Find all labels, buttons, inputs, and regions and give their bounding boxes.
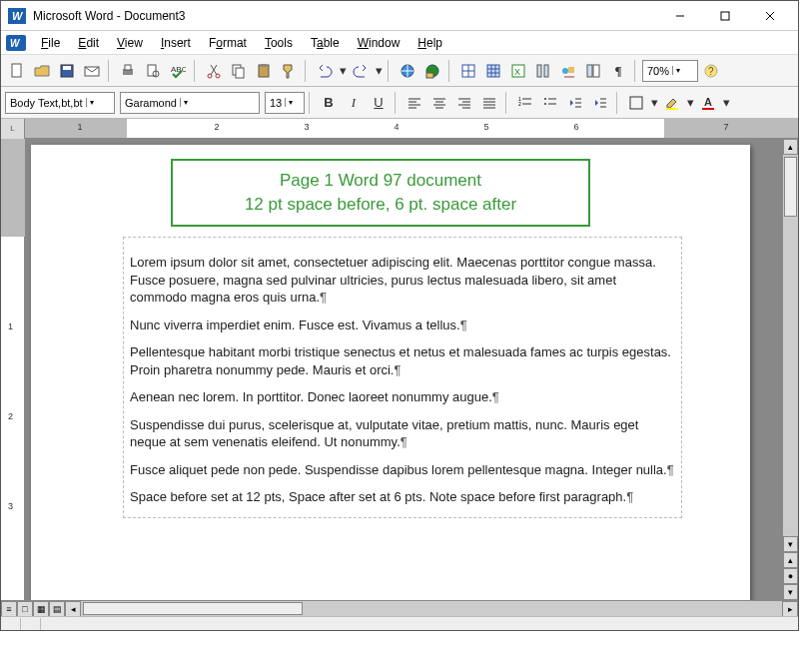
svg-point-64 [544,98,546,100]
insert-table-button[interactable] [481,59,505,83]
svg-point-38 [562,68,568,74]
vscroll-track[interactable] [783,155,798,536]
menu-view[interactable]: View [109,33,151,53]
hyperlink-button[interactable] [396,59,419,83]
separator [309,92,313,114]
borders-dropdown[interactable]: ▾ [649,91,659,115]
format-painter-button[interactable] [277,59,301,83]
italic-button[interactable]: I [342,91,366,115]
separator [616,92,620,114]
paragraph[interactable]: Lorem ipsum dolor sit amet, consectetuer… [130,254,675,307]
decrease-indent-button[interactable] [563,91,587,115]
align-right-button[interactable] [452,91,476,115]
annotation-line2: 12 pt space before, 6 pt. space after [185,193,576,217]
mail-button[interactable] [80,59,104,83]
highlight-button[interactable] [660,91,684,115]
redo-button[interactable] [349,59,373,83]
svg-rect-40 [587,65,592,77]
document-area[interactable]: Page 1 Word 97 document 12 pt space befo… [25,139,782,600]
paragraph[interactable]: Fusce aliquet pede non pede. Suspendisse… [130,461,675,479]
undo-button[interactable] [313,59,337,83]
view-page-button[interactable]: ▦ [33,601,49,616]
vscroll-thumb[interactable] [784,157,797,217]
ruler-corner[interactable]: L [1,119,25,139]
increase-indent-button[interactable] [588,91,612,115]
svg-rect-74 [630,97,642,109]
text-content[interactable]: Lorem ipsum dolor sit amet, consectetuer… [123,237,682,518]
view-outline-button[interactable]: □ [17,601,33,616]
menu-window[interactable]: Window [350,33,408,53]
scroll-left-button[interactable]: ◂ [65,601,81,616]
vertical-scrollbar[interactable]: ▴ ▾ ▴ ● ▾ [782,139,798,600]
menu-tools[interactable]: Tools [257,33,301,53]
paragraph[interactable]: Space before set at 12 pts, Space after … [130,488,675,506]
paste-button[interactable] [252,59,276,83]
cut-button[interactable] [202,59,226,83]
redo-dropdown[interactable]: ▾ [374,59,384,83]
align-justify-button[interactable] [477,91,501,115]
save-button[interactable] [55,59,79,83]
paragraph[interactable]: Pellentesque habitant morbi tristique se… [130,343,675,378]
maximize-button[interactable] [702,2,747,30]
hscroll-track[interactable] [81,601,782,616]
bulleted-list-button[interactable] [538,91,562,115]
menu-insert[interactable]: Insert [153,33,199,53]
underline-button[interactable]: U [367,91,391,115]
menu-edit[interactable]: Edit [70,33,107,53]
prev-page-button[interactable]: ▴ [783,552,798,568]
highlight-dropdown[interactable]: ▾ [685,91,695,115]
minimize-button[interactable] [657,2,702,30]
paragraph[interactable]: Aenean nec lorem. In porttitor. Donec la… [130,388,675,406]
font-dropdown[interactable]: Garamond▾ [120,92,260,114]
font-color-dropdown[interactable]: ▾ [721,91,731,115]
print-button[interactable] [116,59,140,83]
print-preview-button[interactable] [141,59,165,83]
scroll-up-button[interactable]: ▴ [783,139,798,155]
separator [505,92,509,114]
borders-button[interactable] [624,91,648,115]
web-toolbar-button[interactable] [420,59,444,83]
font-size-dropdown[interactable]: 13▾ [265,92,305,114]
show-hide-button[interactable]: ¶ [606,59,630,83]
numbered-list-button[interactable]: 12 [513,91,537,115]
hscroll-thumb[interactable] [83,602,303,615]
paragraph[interactable]: Nunc viverra imperdiet enim. Fusce est. … [130,317,675,334]
menu-table[interactable]: Table [303,33,348,53]
browse-object-button[interactable]: ● [783,568,798,584]
app-window: W Microsoft Word - Document3 W File Edit… [0,0,799,631]
align-left-button[interactable] [403,91,426,115]
horizontal-ruler[interactable]: L 1 2 3 4 5 6 7 [1,119,798,139]
new-button[interactable] [5,59,29,83]
font-color-button[interactable]: A [696,91,720,115]
horizontal-scrollbar[interactable]: ≡ □ ▦ ▤ ◂ ▸ [1,600,798,616]
zoom-dropdown[interactable]: 70%▾ [642,60,698,82]
copy-button[interactable] [227,59,251,83]
close-button[interactable] [747,2,792,30]
align-center-button[interactable] [427,91,451,115]
scroll-down-button[interactable]: ▾ [783,536,798,552]
bold-button[interactable]: B [317,91,341,115]
menu-format[interactable]: Format [201,33,255,53]
doc-map-button[interactable] [581,59,605,83]
undo-dropdown[interactable]: ▾ [338,59,348,83]
style-dropdown[interactable]: Body Text,bt,bt▾ [5,92,115,114]
hruler-scale[interactable]: 1 2 3 4 5 6 7 [25,119,798,138]
menu-help[interactable]: Help [409,33,450,53]
svg-point-65 [544,103,546,105]
scroll-right-button[interactable]: ▸ [782,601,798,616]
help-button[interactable]: ? [699,59,723,83]
word-app-icon: W [7,6,27,26]
page[interactable]: Page 1 Word 97 document 12 pt space befo… [31,145,750,600]
view-master-button[interactable]: ▤ [49,601,65,616]
vertical-ruler[interactable]: 1 2 3 [1,139,25,600]
paragraph[interactable]: Suspendisse dui purus, scelerisque at, v… [130,416,675,451]
spell-check-button[interactable]: ABC [166,59,190,83]
view-normal-button[interactable]: ≡ [1,601,17,616]
columns-button[interactable] [531,59,555,83]
excel-button[interactable]: X [506,59,530,83]
open-button[interactable] [30,59,54,83]
drawing-button[interactable] [556,59,580,83]
menu-file[interactable]: File [33,33,68,53]
next-page-button[interactable]: ▾ [783,584,798,600]
tables-borders-button[interactable] [456,59,480,83]
